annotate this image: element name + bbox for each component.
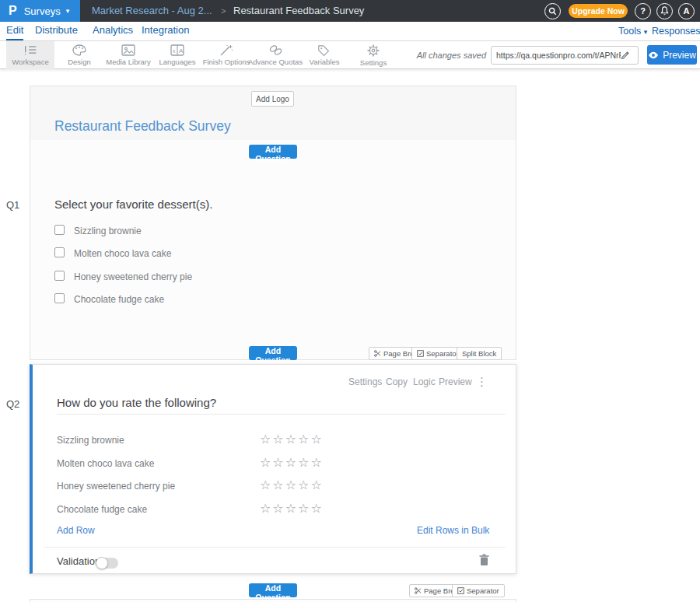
q1-option-label-2[interactable]: Molten choco lava cake bbox=[74, 248, 171, 259]
toolbar-item-label: Design bbox=[68, 58, 91, 66]
next-block-edge bbox=[30, 599, 516, 602]
question-id-q2: Q2 bbox=[6, 398, 19, 410]
search-button[interactable] bbox=[544, 3, 561, 19]
tools-menu[interactable]: Tools ▾ bbox=[618, 22, 647, 40]
split-block-label: Split Block bbox=[462, 349, 496, 358]
notifications-button[interactable] bbox=[656, 3, 673, 19]
survey-title[interactable]: Restaurant Feedback Survey bbox=[54, 118, 231, 135]
questionpro-survey-editor: P Surveys ▾ Market Research - Aug 2... >… bbox=[0, 0, 700, 602]
add-logo-button[interactable]: Add Logo bbox=[251, 91, 294, 107]
star-rating-row-1[interactable]: ☆☆☆☆☆ bbox=[260, 432, 324, 446]
q2-logic-link[interactable]: Logic bbox=[413, 376, 436, 388]
toolbar-item-languages[interactable]: x A Languages bbox=[153, 41, 201, 69]
q2-footer-divider bbox=[44, 547, 506, 548]
preview-button[interactable]: Preview bbox=[647, 45, 697, 65]
toolbar-item-settings[interactable]: Settings bbox=[349, 41, 397, 69]
q1-question-text[interactable]: Select your favorite dessert(s). bbox=[54, 198, 212, 211]
toggle-knob bbox=[96, 557, 108, 569]
breadcrumb-parent[interactable]: Market Research - Aug 2... bbox=[92, 0, 212, 22]
q1-option-checkbox-1[interactable] bbox=[54, 225, 65, 235]
add-question-button-mid[interactable]: Add Question bbox=[249, 346, 297, 360]
preview-button-label: Preview bbox=[663, 50, 696, 61]
toolbar-item-workspace[interactable]: Workspace bbox=[6, 41, 54, 69]
bell-icon bbox=[660, 6, 669, 16]
gear-icon bbox=[367, 44, 380, 57]
validation-label: Validation bbox=[57, 555, 100, 567]
toolbar-item-design[interactable]: Design bbox=[55, 41, 103, 69]
scissors-icon bbox=[415, 587, 422, 594]
tab-distribute[interactable]: Distribute bbox=[35, 22, 78, 40]
separator-label: Separator bbox=[467, 586, 499, 595]
q1-option-checkbox-2[interactable] bbox=[54, 247, 65, 257]
star-rating-row-3[interactable]: ☆☆☆☆☆ bbox=[260, 478, 324, 492]
links-icon bbox=[268, 44, 283, 56]
q2-row-label-1[interactable]: Sizzling brownie bbox=[57, 435, 124, 446]
autosave-status: All changes saved bbox=[393, 41, 486, 69]
eye-icon bbox=[648, 51, 659, 59]
add-row-link[interactable]: Add Row bbox=[57, 525, 95, 536]
palette-icon bbox=[72, 44, 86, 56]
toolbar-item-media-library[interactable]: Media Library bbox=[104, 41, 152, 69]
q2-settings-link[interactable]: Settings bbox=[348, 376, 382, 388]
q1-option-label-4[interactable]: Chocolate fudge cake bbox=[74, 294, 164, 305]
chevron-down-icon: ▾ bbox=[66, 7, 70, 15]
edit-rows-in-bulk-link[interactable]: Edit Rows in Bulk bbox=[417, 525, 489, 536]
q1-option-label-3[interactable]: Honey sweetened cherry pie bbox=[74, 271, 192, 282]
tab-edit[interactable]: Edit bbox=[6, 22, 23, 40]
upgrade-now-button[interactable]: Upgrade Now bbox=[569, 4, 628, 18]
breadcrumb-chevron-icon: > bbox=[221, 0, 226, 22]
validation-toggle[interactable] bbox=[96, 558, 118, 569]
split-block-button[interactable]: Split Block bbox=[457, 347, 502, 360]
q1-option-checkbox-3[interactable] bbox=[54, 271, 65, 281]
q2-row-label-3[interactable]: Honey sweetened cherry pie bbox=[57, 481, 175, 492]
q2-row-label-4[interactable]: Chocolate fudge cake bbox=[57, 504, 147, 515]
separator-label: Separator bbox=[426, 349, 459, 358]
tab-analytics[interactable]: Analytics bbox=[93, 22, 133, 40]
survey-nav: Edit Distribute Analytics Integration To… bbox=[0, 22, 700, 41]
surveys-menu[interactable]: P Surveys ▾ bbox=[0, 0, 80, 22]
breadcrumb-current: Restaurant Feedback Survey bbox=[233, 0, 364, 22]
chevron-down-icon: ▾ bbox=[644, 28, 648, 36]
edit-pencil-icon[interactable] bbox=[621, 51, 630, 60]
account-avatar[interactable]: A bbox=[678, 3, 695, 19]
checkbox-check-icon bbox=[457, 587, 464, 594]
survey-url-input[interactable] bbox=[496, 51, 621, 60]
search-icon bbox=[548, 7, 557, 16]
question-mark-icon: ? bbox=[640, 6, 646, 16]
help-button[interactable]: ? bbox=[635, 3, 651, 19]
surveys-menu-label: Surveys bbox=[24, 5, 61, 17]
checkbox-check-icon bbox=[417, 350, 424, 357]
questionpro-logo-icon: P bbox=[9, 4, 17, 18]
q2-question-divider bbox=[57, 414, 506, 415]
separator-button-bottom[interactable]: Separator bbox=[452, 584, 505, 597]
toolbar-item-label: Finish Options bbox=[203, 58, 250, 66]
editor-toolbar: Workspace Design Media Library x A bbox=[0, 41, 700, 69]
svg-text:A: A bbox=[179, 47, 184, 54]
q1-option-label-1[interactable]: Sizzling brownie bbox=[74, 226, 142, 236]
survey-url-box bbox=[491, 46, 639, 65]
translate-icon: x A bbox=[170, 44, 184, 56]
star-rating-row-4[interactable]: ☆☆☆☆☆ bbox=[260, 501, 324, 516]
toolbar-item-finish-options[interactable]: Finish Options bbox=[202, 41, 250, 69]
star-rating-row-2[interactable]: ☆☆☆☆☆ bbox=[260, 455, 324, 470]
responses-count[interactable]: Responses: 0 bbox=[652, 22, 700, 40]
trash-icon[interactable] bbox=[479, 554, 489, 566]
q1-option-checkbox-4[interactable] bbox=[54, 293, 65, 303]
top-bar: P Surveys ▾ Market Research - Aug 2... >… bbox=[0, 0, 700, 22]
svg-text:x: x bbox=[173, 48, 176, 54]
tab-integration[interactable]: Integration bbox=[142, 22, 189, 40]
image-icon bbox=[121, 44, 135, 56]
add-question-button-top[interactable]: Add Question bbox=[249, 145, 297, 159]
q2-copy-link[interactable]: Copy bbox=[386, 376, 408, 388]
q2-preview-link[interactable]: Preview bbox=[439, 376, 472, 388]
toolbar-item-label: Workspace bbox=[12, 58, 48, 66]
toolbar-item-label: Variables bbox=[310, 58, 340, 66]
kebab-menu-icon[interactable]: ⋮ bbox=[476, 375, 488, 389]
toolbar-item-advance-quotas[interactable]: Advance Quotas bbox=[251, 41, 299, 69]
wand-icon bbox=[219, 44, 233, 56]
toolbar-item-variables[interactable]: Variables bbox=[300, 41, 348, 69]
q2-row-label-2[interactable]: Molten choco lava cake bbox=[57, 458, 154, 469]
toolbar-item-label: Advance Quotas bbox=[248, 58, 303, 66]
q2-question-text[interactable]: How do you rate the following? bbox=[57, 396, 216, 409]
add-question-button-bottom[interactable]: Add Question bbox=[249, 583, 297, 597]
